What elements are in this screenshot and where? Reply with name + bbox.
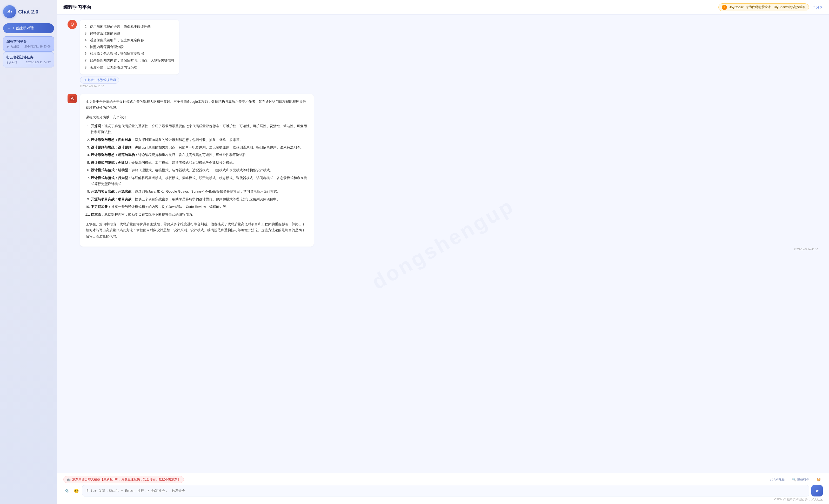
sidebar-item-coding[interactable]: 编程学习平台 84 条对话 2024/12/11 18:33:06	[3, 36, 54, 52]
sidebar-logo: Ai Chat 2.0	[3, 4, 54, 20]
footer-text: CSDN @ 振华技术社区 @ 小米大社区	[63, 497, 823, 501]
topbar-right: J JoyCoder 专为代码场景设计，JoyCoder引领高效编程 ⤴ 分享	[718, 3, 823, 11]
list-item: 设计原则与思想：面向对象：深入探讨面向对象的设计原则和思想，包括封装、抽象、继承…	[91, 137, 308, 143]
send-icon: ➤	[815, 488, 819, 494]
list-item: 结束语：总结课程内容，鼓励学员在实践中不断提升自己的编程能力。	[91, 211, 308, 218]
list-item: 设计模式与范式：创建型：介绍单例模式、工厂模式、建造者模式和原型模式等创建型设计…	[91, 160, 308, 165]
prompt-tag: ⊙ 包含 0 条预设提示词	[80, 77, 119, 84]
chat-area: dongshengup Q 使用清晰流畅的语言，确保易于阅读理解 保持客观准确的…	[57, 14, 829, 473]
topbar: 编程学习平台 J JoyCoder 专为代码场景设计，JoyCoder引领高效编…	[57, 0, 829, 14]
intro-text: 本文是王争分享的关于设计模式之美的课程大纲和开篇词。王争是前Google工程师，…	[86, 99, 308, 111]
summary-text: 王争在开篇词中指出，代码质量的评价具有主观性，需要从多个维度进行综合判断。他也强…	[86, 221, 308, 239]
scroll-icon: ↓	[770, 478, 771, 481]
shortcut-icon: 🔍	[792, 478, 796, 481]
basket-button[interactable]: 🧺	[815, 477, 823, 482]
tag-icon: ⊙	[83, 78, 86, 82]
conversation-list: 编程学习平台 84 条对话 2024/12/11 18:33:06 行云容器迁移…	[3, 36, 54, 68]
chat-item-title: 编程学习平台	[6, 39, 51, 44]
emoji-button[interactable]: 😊	[73, 488, 80, 494]
jd-model-badge: 🤖 京东集团言犀大模型【最新版81B，免费且速度快，安全可靠、数据不出京东】	[63, 476, 184, 483]
q-message-row: Q 使用清晰流畅的语言，确保易于阅读理解 保持客观准确的表述 适当保留关键细节，…	[68, 20, 179, 75]
joycoder-badge: J JoyCoder 专为代码场景设计，JoyCoder引领高效编程	[718, 3, 809, 11]
jd-icon: 🤖	[67, 478, 71, 481]
course-outline: 开篇词：强调了辨别代码质量的重要性，介绍了最常用最重要的七个代码质量评价标准：可…	[86, 123, 308, 218]
q-message-content: 使用清晰流畅的语言，确保易于阅读理解 保持客观准确的表述 适当保留关键细节，但去…	[80, 20, 179, 75]
list-item: 开源与项目实战：开源实战：通过剖析Java JDK、Google Guava、S…	[91, 188, 308, 194]
list-item: 开源与项目实战：项目实战：提供三个项目实战案例，帮助学员将所学的设计思想、原则和…	[91, 196, 308, 202]
bottom-right-actions: ↓ 滚到最新 🔍 快捷指令 🧺	[768, 476, 823, 483]
message-timestamp: 2024/12/3 14:11:51	[80, 85, 105, 88]
page-title: 编程学习平台	[63, 4, 92, 10]
list-item: 如果原文包含数据，请保留重要数据	[85, 50, 174, 57]
q-list: 使用清晰流畅的语言，确保易于阅读理解 保持客观准确的表述 适当保留关键细节，但去…	[85, 23, 174, 71]
a-message-block: 本文是王争分享的关于设计模式之美的课程大纲和开篇词。王争是前Google工程师，…	[68, 94, 819, 251]
joycoder-icon: J	[722, 5, 727, 10]
list-item: 开篇词：强调了辨别代码质量的重要性，介绍了最常用最重要的七个代码质量评价标准：可…	[91, 123, 308, 135]
list-item: 设计原则与思想：规范与重构：讨论编程规范和重构技巧，旨在提高代码的可读性、可维护…	[91, 152, 308, 158]
share-button[interactable]: ⤴ 分享	[813, 5, 823, 10]
a-message-content: 本文是王争分享的关于设计模式之美的课程大纲和开篇词。王争是前Google工程师，…	[80, 94, 314, 246]
list-item: 设计原则与思想：设计原则：讲解设计原则的相关知识点，例如单一职责原则、里氏替换原…	[91, 144, 308, 150]
sidebar-item-container[interactable]: 行云容器迁移任务 8 条对话 2024/12/3 11:04:27	[3, 52, 54, 68]
sidebar: Ai Chat 2.0 ＋ + 创建新对话 编程学习平台 84 条对话 2024…	[0, 0, 57, 504]
send-button[interactable]: ➤	[812, 485, 823, 497]
chat-item-meta: 84 条对话 2024/12/11 18:33:06	[6, 45, 51, 49]
q-message-block: Q 使用清晰流畅的语言，确保易于阅读理解 保持客观准确的表述 适当保留关键细节，…	[68, 20, 254, 88]
a-avatar	[68, 94, 77, 103]
scroll-latest-button[interactable]: ↓ 滚到最新	[768, 476, 787, 483]
input-row: 📎 😊 ➤	[63, 485, 823, 497]
list-item: 适当保留关键细节，但去除冗余内容	[85, 37, 174, 44]
list-item: 设计模式与范式：结构型：讲解代理模式、桥接模式、装饰器模式、适配器模式、门面模式…	[91, 167, 308, 173]
section-label: 课程大纲分为以下几个部分：	[86, 114, 308, 120]
bottom-bar: 🤖 京东集团言犀大模型【最新版81B，免费且速度快，安全可靠、数据不出京东】 ↓…	[57, 473, 829, 504]
list-item: 保持客观准确的表述	[85, 30, 174, 37]
main-area: 编程学习平台 J JoyCoder 专为代码场景设计，JoyCoder引领高效编…	[57, 0, 829, 504]
chat-input[interactable]	[82, 485, 809, 497]
list-item: 设计模式与范式：行为型：详细解释观察者模式、模板模式、策略模式、职责链模式、状态…	[91, 175, 308, 187]
chat-item-title: 行云容器迁移任务	[6, 55, 51, 60]
shortcut-button[interactable]: 🔍 快捷指令	[790, 476, 812, 483]
plus-icon: ＋	[7, 26, 11, 31]
message-timestamp: 2024/12/3 14:41:51	[80, 247, 819, 251]
app-name: Chat 2.0	[18, 8, 38, 15]
list-item: 如果是新闻类内容，请保留时间、地点、人物等关键信息	[85, 57, 174, 64]
list-item: 按照内容逻辑合理分段	[85, 44, 174, 50]
attach-button[interactable]: 📎	[63, 488, 71, 494]
new-chat-button[interactable]: ＋ + 创建新对话	[3, 23, 54, 33]
list-item: 使用清晰流畅的语言，确保易于阅读理解	[85, 23, 174, 30]
q-avatar: Q	[68, 20, 77, 29]
chat-item-meta: 8 条对话 2024/12/3 11:04:27	[6, 61, 51, 65]
basket-icon: 🧺	[817, 478, 821, 481]
ai-logo-icon: Ai	[3, 5, 16, 18]
a-message-row: 本文是王争分享的关于设计模式之美的课程大纲和开篇词。王争是前Google工程师，…	[68, 94, 819, 246]
list-item: 长度不限，以充分表达内容为准	[85, 64, 174, 71]
list-item: 不定期加餐：补充一些与设计模式相关的内容，例如Java语法、Code Revie…	[91, 204, 308, 210]
bottom-icons: 📎 😊	[63, 487, 80, 496]
bottom-actions: 🤖 京东集团言犀大模型【最新版81B，免费且速度快，安全可靠、数据不出京东】 ↓…	[63, 476, 823, 483]
share-icon: ⤴	[813, 5, 815, 9]
